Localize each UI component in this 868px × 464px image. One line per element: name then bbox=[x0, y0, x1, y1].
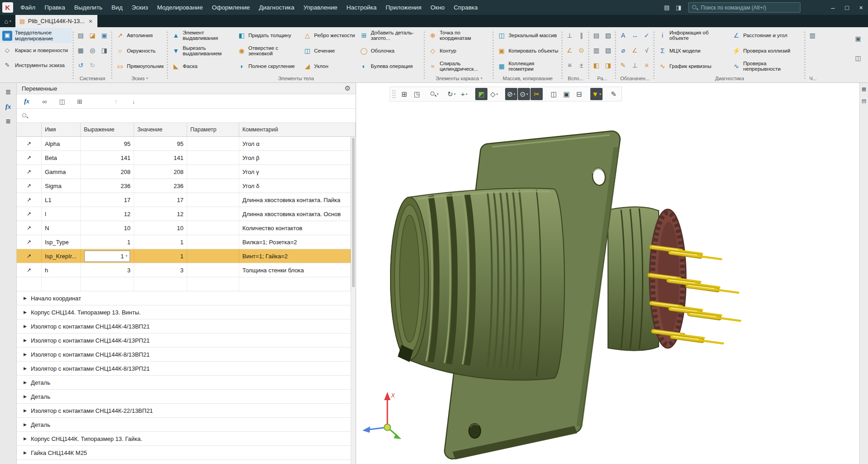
tree-item[interactable]: ▶Изолятор с контактами СНЦ144К-4/13РП21 bbox=[17, 334, 351, 348]
extra-tools-button[interactable]: ▥ bbox=[807, 29, 818, 41]
variable-name-cell[interactable]: h bbox=[42, 263, 81, 277]
tree-item[interactable]: ▶Деталь bbox=[17, 390, 351, 404]
orbit-button[interactable]: ↻▾ bbox=[445, 88, 458, 100]
variable-parameter-cell[interactable] bbox=[187, 221, 239, 235]
link-button[interactable]: ∞ bbox=[39, 96, 50, 107]
minimize-button[interactable]: – bbox=[826, 0, 840, 15]
ribbon-button[interactable]: △Ребро жесткости bbox=[300, 28, 357, 43]
variable-parameter-cell[interactable] bbox=[187, 207, 239, 221]
sketch-pencil-button[interactable]: ✎ bbox=[608, 88, 620, 100]
export-button[interactable]: ◨ bbox=[99, 44, 110, 56]
ribbon-group-footer[interactable]: Массив, копирование bbox=[495, 74, 560, 82]
ribbon-button[interactable]: ⊕Точка по координатам bbox=[426, 28, 492, 43]
designation-rough-button[interactable]: √ bbox=[641, 44, 652, 56]
workspace-layout-icon[interactable]: ▤ bbox=[661, 2, 673, 13]
variables-panel-button[interactable]: fx bbox=[2, 100, 15, 113]
tree-item[interactable]: ▶Изолятор с контактами СНЦ144К-8/13РП21 bbox=[17, 362, 351, 376]
menu-item-10[interactable]: Приложения bbox=[381, 0, 426, 15]
ribbon-group-footer[interactable]: Диагностика bbox=[656, 74, 803, 82]
viewport-3d[interactable]: ⊞◳▾↻▾+▾◩◇▾⊘▾⊙▾✂◫▣⊟▼▾✎ X bbox=[356, 83, 859, 464]
variable-comment-cell[interactable]: Вилка=1; Розетка=2 bbox=[239, 235, 351, 249]
panels-menu-button[interactable]: ≡ bbox=[2, 115, 15, 128]
coordinate-plane-button[interactable]: ◳ bbox=[411, 88, 423, 100]
ribbon-group-footer[interactable]: Ра... bbox=[590, 74, 614, 82]
variable-expression-cell[interactable]: 10 bbox=[81, 221, 134, 235]
variable-comment-cell[interactable]: Угол γ bbox=[239, 165, 351, 179]
variable-expression-cell[interactable]: 1▾ bbox=[81, 249, 134, 263]
layout-frame-button[interactable]: ▧ bbox=[603, 44, 613, 56]
variable-comment-cell[interactable]: Угол β bbox=[239, 151, 351, 164]
expand-arrow-icon[interactable]: ▶ bbox=[24, 394, 27, 399]
variable-row[interactable]: ↗L11717Длинна хвостовика контакта. Пайка bbox=[17, 193, 351, 207]
save-button[interactable]: ▣ bbox=[99, 29, 110, 41]
variable-expression-cell[interactable]: 12 bbox=[81, 207, 134, 221]
menu-item-0[interactable]: Файл bbox=[16, 0, 40, 15]
menu-item-1[interactable]: Правка bbox=[40, 0, 70, 15]
variable-expression-cell[interactable]: 1 bbox=[81, 235, 134, 249]
variable-name-cell[interactable]: L1 bbox=[42, 193, 81, 207]
zone-button[interactable]: ▣ bbox=[560, 88, 573, 100]
variables-search-input[interactable] bbox=[32, 112, 351, 119]
clip-button[interactable]: ⊟ bbox=[573, 88, 585, 100]
designation-angle-button[interactable]: ∠ bbox=[629, 44, 640, 56]
variable-name-cell[interactable]: Sigma bbox=[42, 179, 81, 193]
expand-arrow-icon[interactable]: ▶ bbox=[24, 366, 27, 371]
variable-comment-cell[interactable]: Толщина стенки блока bbox=[239, 263, 351, 277]
ribbon-group-footer[interactable]: Вспо... bbox=[564, 74, 587, 82]
dock-list-button[interactable]: ▤ bbox=[860, 97, 868, 104]
ribbon-button[interactable]: ◧Придать толщину bbox=[235, 28, 300, 43]
ribbon-group-footer[interactable]: Элементы каркаса▾ bbox=[426, 74, 492, 82]
variable-parameter-cell[interactable] bbox=[187, 137, 239, 150]
menu-item-9[interactable]: Настройка bbox=[342, 0, 381, 15]
aux-plane-button[interactable]: ∠ bbox=[564, 44, 575, 56]
table-view-button[interactable]: ◫ bbox=[57, 96, 68, 107]
expand-arrow-icon[interactable]: ▶ bbox=[24, 380, 27, 385]
ribbon-mode-0[interactable]: ▣Твердотельное моделирование bbox=[0, 28, 72, 43]
document-tab[interactable]: ▤ Plib_СНЦ144К-N-13... × bbox=[15, 15, 97, 27]
aux-axis-button[interactable]: ⊥ bbox=[564, 29, 575, 41]
variable-name-cell[interactable]: Gamma bbox=[42, 165, 81, 179]
new-document-button[interactable]: ▤ bbox=[75, 29, 86, 41]
variable-value-cell[interactable]: 208 bbox=[134, 165, 187, 179]
designation-axis-button[interactable]: ≡ bbox=[641, 59, 652, 71]
expression-editor[interactable]: 1▾ bbox=[84, 251, 130, 262]
ribbon-button[interactable]: ▦Коллекция геометрии bbox=[495, 58, 560, 74]
variable-parameter-cell[interactable] bbox=[187, 235, 239, 249]
variable-expression-cell[interactable]: 208 bbox=[81, 165, 134, 179]
command-search[interactable] bbox=[688, 2, 800, 13]
variable-parameter-cell[interactable] bbox=[187, 263, 239, 277]
ribbon-button[interactable]: ▣Копировать объекты bbox=[495, 43, 560, 58]
layout-sheet-button[interactable]: ▤ bbox=[591, 29, 602, 41]
designation-base-button[interactable]: ⊥ bbox=[629, 59, 640, 71]
ribbon-group-footer[interactable]: Обозначен... bbox=[617, 74, 652, 82]
variable-parameter-cell[interactable] bbox=[187, 151, 239, 164]
layout-zone-button[interactable]: ◧ bbox=[591, 59, 602, 71]
ribbon-button[interactable]: ◗Полное скругление bbox=[235, 58, 300, 74]
hide-objects-button[interactable]: ⊘▾ bbox=[505, 88, 517, 100]
tree-item[interactable]: ▶Корпус СНЦ144К. Типоразмер 13. Гайка. bbox=[17, 432, 351, 446]
layout-grid-button[interactable]: ▨ bbox=[603, 29, 613, 41]
variable-value-cell[interactable]: 17 bbox=[134, 193, 187, 207]
print-preview-button[interactable]: ◎ bbox=[87, 44, 98, 56]
redo-button[interactable]: ↻ bbox=[87, 59, 98, 71]
designation-note-button[interactable]: ✎ bbox=[617, 59, 628, 71]
menu-item-8[interactable]: Управление bbox=[299, 0, 342, 15]
expand-arrow-icon[interactable]: ▶ bbox=[24, 422, 27, 427]
ribbon-button[interactable]: ◉Отверстие с зенковкой bbox=[235, 43, 300, 58]
tree-item[interactable]: ▶Изолятор с контактами СНЦ144К-4/13ВП21 bbox=[17, 319, 351, 334]
ribbon-button[interactable]: ∿График кривизны bbox=[656, 58, 729, 74]
aux-ref-button[interactable]: ± bbox=[576, 59, 587, 71]
ribbon-button[interactable]: ⊞Добавить деталь-загото... bbox=[357, 28, 423, 43]
ribbon-button[interactable]: ◣Фаска bbox=[169, 58, 235, 74]
column-header-expression[interactable]: Выражение bbox=[81, 123, 134, 136]
variable-comment-cell[interactable]: Длинна хвостовика контакта. Основ bbox=[239, 207, 351, 221]
ribbon-button[interactable]: ◇Контур bbox=[426, 43, 492, 58]
menu-item-11[interactable]: Окно bbox=[426, 0, 449, 15]
variable-row[interactable]: ↗Alpha9595Угол α bbox=[17, 137, 351, 151]
tree-item[interactable]: ▶Деталь bbox=[17, 376, 351, 390]
ribbon-button[interactable]: ▼Вырезать выдавливанием bbox=[169, 43, 235, 58]
variable-comment-cell[interactable]: Винт=1; Гайка=2 bbox=[239, 249, 351, 263]
variable-value-cell[interactable]: 12 bbox=[134, 207, 187, 221]
column-header-value[interactable]: Значение bbox=[134, 123, 187, 136]
variable-value-cell[interactable]: 236 bbox=[134, 179, 187, 193]
